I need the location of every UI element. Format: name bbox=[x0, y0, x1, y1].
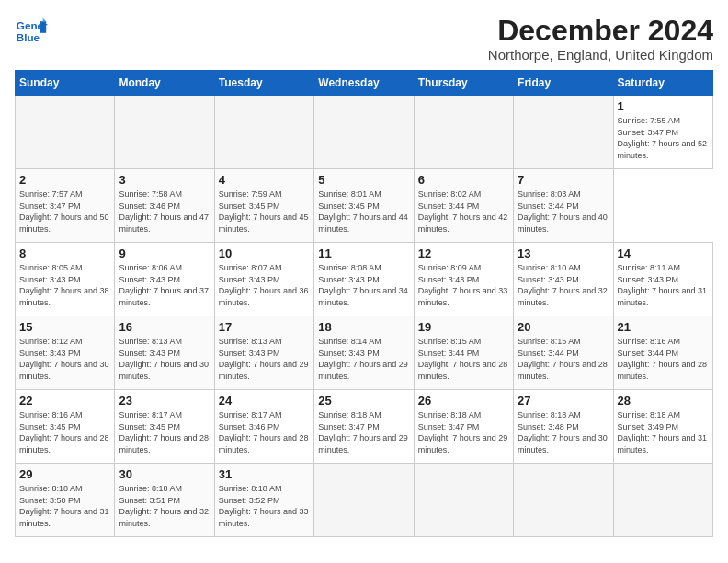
cell-info: Sunrise: 8:11 AMSunset: 3:43 PMDaylight:… bbox=[618, 262, 709, 308]
day-header-friday: Friday bbox=[514, 71, 613, 96]
calendar-week-1: 2Sunrise: 7:57 AMSunset: 3:47 PMDaylight… bbox=[16, 169, 713, 243]
day-number: 8 bbox=[19, 247, 110, 260]
calendar-week-3: 15Sunrise: 8:12 AMSunset: 3:43 PMDayligh… bbox=[16, 316, 713, 390]
day-cell-5: 5Sunrise: 8:01 AMSunset: 3:45 PMDaylight… bbox=[314, 169, 414, 243]
calendar-week-5: 29Sunrise: 8:18 AMSunset: 3:50 PMDayligh… bbox=[16, 464, 713, 537]
cell-info: Sunrise: 8:17 AMSunset: 3:46 PMDaylight:… bbox=[219, 409, 310, 455]
cell-info: Sunrise: 8:18 AMSunset: 3:47 PMDaylight:… bbox=[318, 409, 409, 455]
cell-info: Sunrise: 8:01 AMSunset: 3:45 PMDaylight:… bbox=[318, 189, 409, 235]
cell-info: Sunrise: 8:06 AMSunset: 3:43 PMDaylight:… bbox=[119, 262, 210, 308]
day-cell-23: 23Sunrise: 8:17 AMSunset: 3:45 PMDayligh… bbox=[115, 390, 214, 464]
logo: General Blue bbox=[15, 15, 48, 48]
day-number: 31 bbox=[219, 467, 310, 481]
empty-cell bbox=[214, 96, 313, 169]
calendar-header-row: SundayMondayTuesdayWednesdayThursdayFrid… bbox=[16, 71, 713, 96]
day-cell-2: 2Sunrise: 7:57 AMSunset: 3:47 PMDaylight… bbox=[16, 169, 115, 243]
empty-cell bbox=[314, 464, 414, 537]
calendar-table: SundayMondayTuesdayWednesdayThursdayFrid… bbox=[15, 70, 713, 537]
cell-info: Sunrise: 7:57 AMSunset: 3:47 PMDaylight:… bbox=[19, 189, 110, 235]
day-cell-7: 7Sunrise: 8:03 AMSunset: 3:44 PMDaylight… bbox=[514, 169, 613, 243]
cell-info: Sunrise: 8:05 AMSunset: 3:43 PMDaylight:… bbox=[19, 262, 110, 308]
day-cell-26: 26Sunrise: 8:18 AMSunset: 3:47 PMDayligh… bbox=[414, 390, 513, 464]
day-cell-18: 18Sunrise: 8:14 AMSunset: 3:43 PMDayligh… bbox=[314, 316, 414, 390]
day-number: 19 bbox=[418, 320, 509, 334]
calendar-week-0: 1Sunrise: 7:55 AMSunset: 3:47 PMDaylight… bbox=[16, 96, 713, 169]
day-cell-16: 16Sunrise: 8:13 AMSunset: 3:43 PMDayligh… bbox=[115, 316, 214, 390]
day-cell-20: 20Sunrise: 8:15 AMSunset: 3:44 PMDayligh… bbox=[514, 316, 613, 390]
day-cell-11: 11Sunrise: 8:08 AMSunset: 3:43 PMDayligh… bbox=[314, 243, 414, 316]
calendar-body: 1Sunrise: 7:55 AMSunset: 3:47 PMDaylight… bbox=[16, 96, 713, 537]
day-number: 29 bbox=[19, 467, 110, 481]
calendar-week-2: 8Sunrise: 8:05 AMSunset: 3:43 PMDaylight… bbox=[16, 243, 713, 316]
day-cell-6: 6Sunrise: 8:02 AMSunset: 3:44 PMDaylight… bbox=[414, 169, 513, 243]
day-number: 1 bbox=[618, 99, 709, 113]
cell-info: Sunrise: 8:03 AMSunset: 3:44 PMDaylight:… bbox=[518, 189, 609, 235]
cell-info: Sunrise: 8:12 AMSunset: 3:43 PMDaylight:… bbox=[19, 336, 110, 382]
cell-info: Sunrise: 7:58 AMSunset: 3:46 PMDaylight:… bbox=[119, 189, 210, 235]
day-number: 7 bbox=[518, 173, 609, 187]
day-header-wednesday: Wednesday bbox=[314, 71, 414, 96]
logo-icon: General Blue bbox=[15, 15, 48, 48]
empty-cell bbox=[115, 96, 214, 169]
day-cell-1: 1Sunrise: 7:55 AMSunset: 3:47 PMDaylight… bbox=[613, 96, 712, 169]
cell-info: Sunrise: 8:14 AMSunset: 3:43 PMDaylight:… bbox=[318, 336, 409, 382]
day-cell-28: 28Sunrise: 8:18 AMSunset: 3:49 PMDayligh… bbox=[613, 390, 712, 464]
day-header-tuesday: Tuesday bbox=[214, 71, 313, 96]
day-number: 27 bbox=[518, 394, 609, 408]
day-cell-13: 13Sunrise: 8:10 AMSunset: 3:43 PMDayligh… bbox=[514, 243, 613, 316]
day-cell-4: 4Sunrise: 7:59 AMSunset: 3:45 PMDaylight… bbox=[214, 169, 313, 243]
header: General Blue December 2024 Northorpe, En… bbox=[15, 15, 713, 63]
location: Northorpe, England, United Kingdom bbox=[488, 47, 713, 63]
cell-info: Sunrise: 8:18 AMSunset: 3:49 PMDaylight:… bbox=[618, 409, 709, 455]
svg-marker-2 bbox=[40, 21, 46, 33]
empty-cell bbox=[613, 464, 712, 537]
empty-cell bbox=[414, 96, 513, 169]
cell-info: Sunrise: 8:17 AMSunset: 3:45 PMDaylight:… bbox=[119, 409, 210, 455]
calendar-week-4: 22Sunrise: 8:16 AMSunset: 3:45 PMDayligh… bbox=[16, 390, 713, 464]
day-number: 5 bbox=[318, 173, 409, 187]
day-number: 22 bbox=[19, 394, 110, 408]
day-number: 13 bbox=[518, 247, 609, 260]
day-header-thursday: Thursday bbox=[414, 71, 513, 96]
empty-cell bbox=[514, 96, 613, 169]
day-cell-29: 29Sunrise: 8:18 AMSunset: 3:50 PMDayligh… bbox=[16, 464, 115, 537]
day-cell-21: 21Sunrise: 8:16 AMSunset: 3:44 PMDayligh… bbox=[613, 316, 712, 390]
cell-info: Sunrise: 8:13 AMSunset: 3:43 PMDaylight:… bbox=[219, 336, 310, 382]
day-number: 10 bbox=[219, 247, 310, 260]
day-number: 21 bbox=[618, 320, 709, 334]
day-header-sunday: Sunday bbox=[16, 71, 115, 96]
day-number: 2 bbox=[19, 173, 110, 187]
day-cell-17: 17Sunrise: 8:13 AMSunset: 3:43 PMDayligh… bbox=[214, 316, 313, 390]
cell-info: Sunrise: 8:08 AMSunset: 3:43 PMDaylight:… bbox=[318, 262, 409, 308]
cell-info: Sunrise: 7:55 AMSunset: 3:47 PMDaylight:… bbox=[618, 115, 709, 161]
day-number: 25 bbox=[318, 394, 409, 408]
day-number: 17 bbox=[219, 320, 310, 334]
day-cell-31: 31Sunrise: 8:18 AMSunset: 3:52 PMDayligh… bbox=[214, 464, 313, 537]
cell-info: Sunrise: 8:16 AMSunset: 3:45 PMDaylight:… bbox=[19, 409, 110, 455]
empty-cell bbox=[414, 464, 513, 537]
day-cell-22: 22Sunrise: 8:16 AMSunset: 3:45 PMDayligh… bbox=[16, 390, 115, 464]
day-number: 28 bbox=[618, 394, 709, 408]
day-number: 24 bbox=[219, 394, 310, 408]
cell-info: Sunrise: 8:18 AMSunset: 3:51 PMDaylight:… bbox=[119, 483, 210, 529]
day-cell-8: 8Sunrise: 8:05 AMSunset: 3:43 PMDaylight… bbox=[16, 243, 115, 316]
day-number: 12 bbox=[418, 247, 509, 260]
day-cell-12: 12Sunrise: 8:09 AMSunset: 3:43 PMDayligh… bbox=[414, 243, 513, 316]
day-number: 18 bbox=[318, 320, 409, 334]
cell-info: Sunrise: 7:59 AMSunset: 3:45 PMDaylight:… bbox=[219, 189, 310, 235]
day-number: 23 bbox=[119, 394, 210, 408]
day-cell-24: 24Sunrise: 8:17 AMSunset: 3:46 PMDayligh… bbox=[214, 390, 313, 464]
cell-info: Sunrise: 8:10 AMSunset: 3:43 PMDaylight:… bbox=[518, 262, 609, 308]
day-number: 9 bbox=[119, 247, 210, 260]
day-number: 6 bbox=[418, 173, 509, 187]
day-number: 16 bbox=[119, 320, 210, 334]
title-area: December 2024 Northorpe, England, United… bbox=[488, 15, 713, 63]
cell-info: Sunrise: 8:13 AMSunset: 3:43 PMDaylight:… bbox=[119, 336, 210, 382]
cell-info: Sunrise: 8:15 AMSunset: 3:44 PMDaylight:… bbox=[418, 336, 509, 382]
cell-info: Sunrise: 8:18 AMSunset: 3:50 PMDaylight:… bbox=[19, 483, 110, 529]
day-header-monday: Monday bbox=[115, 71, 214, 96]
empty-cell bbox=[16, 96, 115, 169]
cell-info: Sunrise: 8:15 AMSunset: 3:44 PMDaylight:… bbox=[518, 336, 609, 382]
day-cell-25: 25Sunrise: 8:18 AMSunset: 3:47 PMDayligh… bbox=[314, 390, 414, 464]
day-cell-15: 15Sunrise: 8:12 AMSunset: 3:43 PMDayligh… bbox=[16, 316, 115, 390]
